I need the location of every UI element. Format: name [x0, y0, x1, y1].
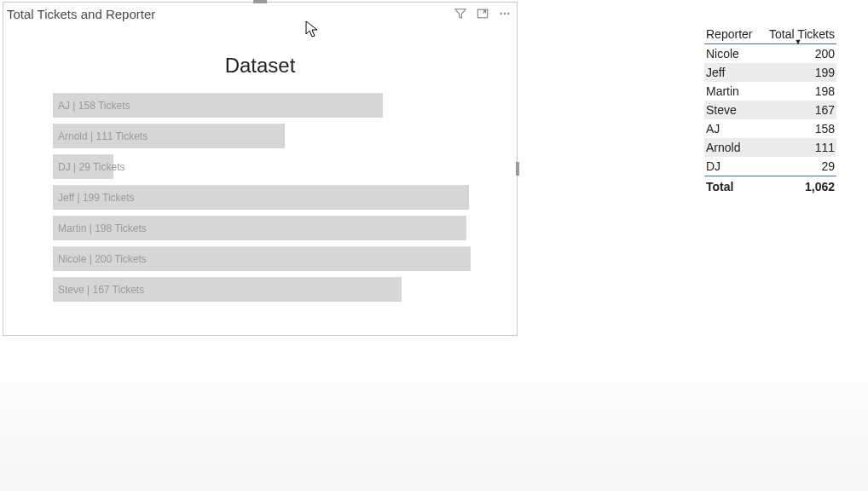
bar-row[interactable]: Steve | 167 Tickets: [53, 277, 508, 302]
cell-total: 167: [760, 101, 836, 119]
col-header-reporter[interactable]: Reporter: [704, 26, 760, 44]
table-row[interactable]: Nicole200: [704, 44, 836, 64]
bar-label: Steve | 167 Tickets: [58, 284, 144, 296]
col-header-total-label: Total Tickets: [769, 27, 835, 41]
cell-reporter: Nicole: [704, 44, 760, 64]
cell-total: 111: [760, 138, 836, 157]
cell-total: 199: [760, 63, 836, 82]
bar-label: Nicole | 200 Tickets: [58, 253, 147, 265]
table-row[interactable]: AJ158: [704, 119, 836, 138]
bar[interactable]: Arnold | 111 Tickets: [53, 124, 285, 148]
table-row[interactable]: DJ29: [704, 157, 836, 176]
table-row[interactable]: Steve167: [704, 101, 836, 119]
bar-row[interactable]: Martin | 198 Tickets: [53, 216, 508, 240]
cell-reporter: DJ: [704, 157, 760, 176]
cell-total: 158: [760, 119, 836, 138]
cell-total: 200: [760, 44, 836, 64]
bar-label: AJ | 158 Tickets: [58, 100, 130, 112]
bar-label: Martin | 198 Tickets: [58, 222, 147, 234]
bar[interactable]: Nicole | 200 Tickets: [53, 246, 471, 271]
cell-reporter: Arnold: [704, 138, 760, 157]
cell-reporter: Martin: [704, 82, 760, 101]
bar-row[interactable]: AJ | 158 Tickets: [53, 93, 508, 118]
bar-chart-area: AJ | 158 TicketsArnold | 111 TicketsDJ |…: [3, 93, 517, 302]
bar[interactable]: Jeff | 199 Tickets: [53, 185, 469, 210]
focus-mode-icon[interactable]: [476, 7, 489, 20]
bar-label: Jeff | 199 Tickets: [58, 192, 135, 204]
visual-header: Total Tickets and Reporter: [3, 3, 517, 23]
table-row[interactable]: Arnold111: [704, 138, 836, 157]
bar-row[interactable]: Jeff | 199 Tickets: [53, 185, 508, 210]
visual-title: Total Tickets and Reporter: [7, 7, 155, 21]
visual-actions: [454, 7, 512, 20]
svg-point-1: [500, 13, 501, 14]
cell-reporter: Steve: [704, 101, 760, 119]
bar[interactable]: AJ | 158 Tickets: [53, 93, 383, 118]
bar[interactable]: DJ | 29 Tickets: [53, 154, 113, 179]
total-value: 1,062: [760, 176, 836, 197]
cell-reporter: Jeff: [704, 63, 760, 82]
more-options-icon[interactable]: [498, 7, 512, 20]
svg-point-2: [504, 13, 506, 14]
bar-row[interactable]: DJ | 29 Tickets: [53, 154, 508, 179]
filter-icon[interactable]: [454, 7, 467, 20]
cell-reporter: AJ: [704, 119, 760, 138]
resize-handle-right[interactable]: [516, 162, 519, 176]
bottom-gradient: [0, 355, 868, 491]
bar-row[interactable]: Arnold | 111 Tickets: [53, 124, 508, 148]
summary-table[interactable]: Reporter Total Tickets ▼ Nicole200Jeff19…: [704, 26, 836, 196]
bar-row[interactable]: Nicole | 200 Tickets: [53, 246, 508, 271]
resize-handle-top[interactable]: [253, 0, 267, 3]
svg-point-3: [507, 13, 509, 14]
chart-title: Dataset: [3, 54, 517, 78]
bar-label: DJ | 29 Tickets: [58, 161, 124, 173]
cell-total: 29: [760, 157, 836, 176]
table-row[interactable]: Martin198: [704, 82, 836, 101]
bar-label: Arnold | 111 Tickets: [58, 130, 148, 142]
bar[interactable]: Martin | 198 Tickets: [53, 216, 466, 240]
col-header-total[interactable]: Total Tickets ▼: [760, 26, 836, 44]
table-row[interactable]: Jeff199: [704, 63, 836, 82]
bar[interactable]: Steve | 167 Tickets: [53, 277, 402, 302]
total-label: Total: [704, 176, 760, 197]
table-total-row: Total1,062: [704, 176, 836, 197]
cell-total: 198: [760, 82, 836, 101]
bar-chart-visual[interactable]: Total Tickets and Reporter Dataset AJ | …: [3, 2, 518, 336]
